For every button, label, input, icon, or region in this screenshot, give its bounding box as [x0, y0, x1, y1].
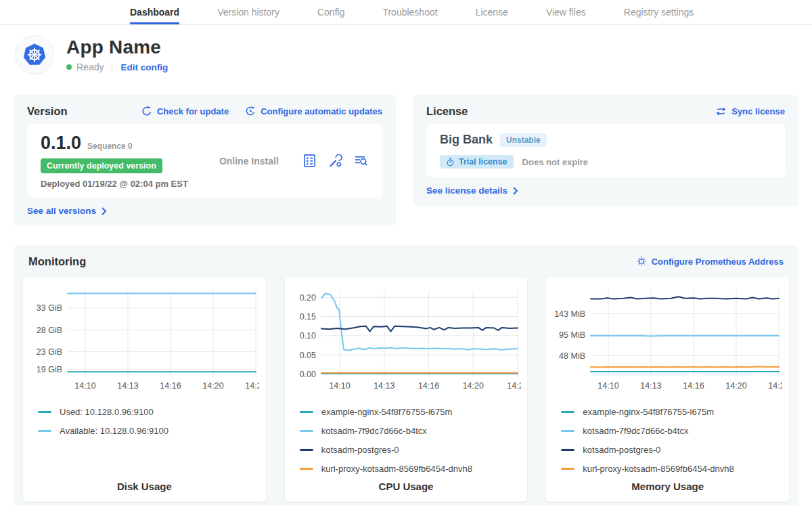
chart-card-disk-usage: 14:1014:1314:1614:2014:2319 GiB23 GiB28 …: [23, 278, 266, 502]
edit-config-link[interactable]: Edit config: [120, 62, 168, 72]
svg-text:14:23: 14:23: [769, 381, 783, 391]
chart-plot-memory-usage: 14:1014:1314:1614:2014:2348 MiB95 MiB143…: [551, 286, 782, 394]
customer-name: Big Bank: [440, 133, 493, 147]
svg-text:33 GiB: 33 GiB: [37, 303, 62, 313]
tab-version-history[interactable]: Version history: [217, 0, 279, 24]
license-box: Big Bank Unstable Trial license Does not…: [426, 124, 785, 177]
legend-dash-icon: [561, 468, 574, 470]
legend-item: Available: 10.128.0.96:9100: [38, 421, 261, 440]
legend-dash-icon: [38, 411, 51, 413]
legend-dash-icon: [300, 430, 313, 432]
legend-item: example-nginx-54f8f76755-l675m: [561, 402, 784, 421]
status-text: Ready: [76, 62, 104, 72]
tab-license[interactable]: License: [476, 0, 508, 24]
legend-label: kurl-proxy-kotsadm-8569fb6454-dnvh8: [583, 464, 734, 474]
svg-text:23 GiB: 23 GiB: [37, 347, 62, 357]
page-title: App Name: [66, 37, 168, 58]
current-version-box: 0.1.0 Sequence 0 Currently deployed vers…: [27, 124, 382, 198]
monitoring-section: Monitoring Configure Prometheus Address …: [14, 245, 798, 505]
deployed-badge: Currently deployed version: [41, 158, 162, 173]
svg-text:14:23: 14:23: [507, 381, 521, 391]
chart-legend: example-nginx-54f8f76755-l675mkotsadm-7f…: [300, 402, 522, 478]
chart-title: Disk Usage: [28, 481, 261, 493]
legend-dash-icon: [300, 449, 313, 451]
legend-item: kotsadm-7f9dc7d66c-b4tcx: [561, 421, 784, 440]
app-header: App Name Ready Edit config: [0, 25, 812, 74]
cards-row: Version Check for update Configure au: [14, 95, 798, 226]
version-number: 0.1.0: [41, 133, 81, 154]
legend-item: kotsadm-postgres-0: [561, 440, 784, 459]
install-type: Online Install: [219, 156, 279, 167]
legend-label: Available: 10.128.0.96:9100: [60, 426, 168, 436]
tab-config[interactable]: Config: [317, 0, 344, 24]
see-license-details-link[interactable]: See license details: [426, 185, 518, 196]
tab-troubleshoot[interactable]: Troubleshoot: [382, 0, 437, 24]
svg-text:14:20: 14:20: [202, 381, 223, 391]
svg-text:0.20: 0.20: [299, 293, 315, 303]
license-card: License Sync license Big Bank Unstable: [413, 95, 798, 206]
view-config-icon[interactable]: [328, 153, 343, 169]
svg-text:14:13: 14:13: [374, 381, 394, 391]
legend-item: example-nginx-54f8f76755-l675m: [300, 402, 522, 421]
legend-label: kurl-proxy-kotsadm-8569fb6454-dnvh8: [321, 464, 472, 474]
chart-legend: Used: 10.128.0.96:9100Available: 10.128.…: [38, 402, 261, 478]
chevron-right-icon: [512, 187, 518, 195]
chart-card-cpu-usage: 14:1014:1314:1614:2014:230.000.050.100.1…: [285, 278, 528, 502]
legend-label: kotsadm-7f9dc7d66c-b4tcx: [583, 426, 688, 436]
divider: [112, 62, 112, 72]
tab-view-files[interactable]: View files: [546, 0, 586, 24]
svg-text:14:10: 14:10: [74, 381, 95, 391]
svg-text:0.00: 0.00: [299, 370, 315, 379]
legend-item: kurl-proxy-kotsadm-8569fb6454-dnvh8: [561, 459, 784, 478]
svg-text:143 MiB: 143 MiB: [554, 309, 585, 319]
legend-dash-icon: [561, 430, 574, 432]
legend-item: kotsadm-postgres-0: [300, 440, 522, 459]
svg-text:14:10: 14:10: [329, 381, 350, 391]
monitoring-title: Monitoring: [28, 255, 86, 268]
svg-text:48 MiB: 48 MiB: [559, 351, 585, 361]
sync-license-button[interactable]: Sync license: [715, 106, 785, 116]
configure-automatic-updates-button[interactable]: Configure automatic updates: [245, 106, 382, 116]
tab-dashboard[interactable]: Dashboard: [130, 0, 179, 24]
legend-label: kotsadm-postgres-0: [321, 445, 399, 455]
top-nav: DashboardVersion historyConfigTroublesho…: [0, 0, 812, 25]
stopwatch-icon: [446, 158, 455, 167]
chevron-right-icon: [101, 207, 107, 215]
svg-text:0.05: 0.05: [299, 351, 315, 360]
charts-row: 14:1014:1314:1614:2014:2319 GiB23 GiB28 …: [23, 278, 789, 502]
legend-dash-icon: [561, 411, 574, 413]
legend-label: kotsadm-7f9dc7d66c-b4tcx: [321, 426, 427, 436]
status-dot: [66, 64, 72, 70]
legend-label: kotsadm-postgres-0: [583, 445, 660, 455]
svg-text:14:10: 14:10: [598, 381, 619, 391]
see-all-versions-link[interactable]: See all versions: [27, 206, 107, 216]
svg-text:95 MiB: 95 MiB: [559, 330, 585, 340]
legend-dash-icon: [300, 468, 313, 470]
check-for-update-button[interactable]: Check for update: [141, 106, 229, 116]
chart-title: Memory Usage: [551, 481, 784, 493]
license-card-title: License: [426, 105, 468, 118]
legend-item: kotsadm-7f9dc7d66c-b4tcx: [300, 421, 522, 440]
version-card: Version Check for update Configure au: [14, 95, 396, 226]
legend-item: kurl-proxy-kotsadm-8569fb6454-dnvh8: [300, 459, 522, 478]
channel-badge: Unstable: [500, 133, 547, 147]
svg-text:14:20: 14:20: [726, 381, 747, 391]
tab-registry-settings[interactable]: Registry settings: [624, 0, 694, 24]
deploy-logs-icon[interactable]: [353, 153, 369, 169]
legend-label: example-nginx-54f8f76755-l675m: [321, 407, 453, 417]
sync-icon: [715, 106, 727, 116]
svg-text:28 GiB: 28 GiB: [37, 326, 62, 335]
svg-text:0.10: 0.10: [299, 331, 315, 341]
chart-title: CPU Usage: [290, 481, 522, 493]
legend-label: Used: 10.128.0.96:9100: [60, 407, 154, 417]
configure-prometheus-button[interactable]: Configure Prometheus Address: [636, 256, 784, 267]
license-expiration: Does not expire: [522, 157, 589, 167]
legend-dash-icon: [38, 430, 51, 432]
svg-text:14:16: 14:16: [160, 381, 181, 391]
license-type-badge: Trial license: [440, 155, 514, 169]
svg-text:19 GiB: 19 GiB: [37, 365, 62, 374]
svg-text:0.15: 0.15: [299, 312, 315, 322]
version-card-title: Version: [27, 105, 68, 118]
preflight-checks-icon[interactable]: [302, 153, 317, 169]
svg-text:14:23: 14:23: [245, 381, 259, 391]
